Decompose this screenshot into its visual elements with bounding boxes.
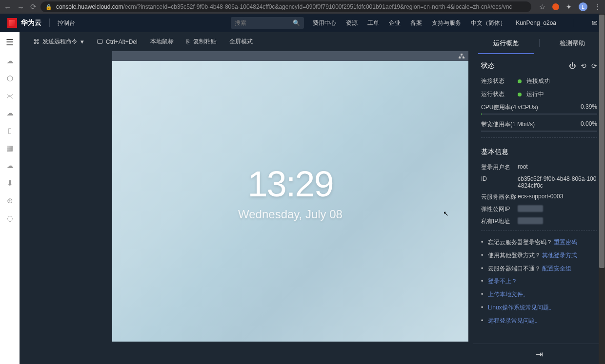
remote-login-faq-link[interactable]: 远程登录常见问题。 (488, 317, 541, 324)
security-group-link[interactable]: 配置安全组 (542, 265, 571, 272)
mail-icon[interactable]: ✉ (592, 19, 598, 27)
page-scrollbar[interactable] (599, 14, 605, 364)
search-input[interactable] (235, 19, 293, 26)
guest-cursor-icon: ↖ (443, 210, 449, 217)
rail-download-icon[interactable]: ⬇ (7, 179, 13, 188)
nav-beian[interactable]: 备案 (410, 19, 422, 27)
ctrl-alt-del-button[interactable]: 🖵 Ctrl+Alt+Del (97, 38, 138, 45)
other-login-link[interactable]: 其他登录方式 (542, 252, 577, 259)
server-name-value: ecs-support-0003 (518, 193, 597, 201)
ctrl-alt-del-label: Ctrl+Alt+Del (106, 38, 138, 45)
send-remote-cmd-label: 发送远程命令 (42, 38, 78, 46)
eip-value (518, 205, 597, 213)
rail-db-icon[interactable]: ⩙ (6, 92, 14, 100)
copy-paste-label: 复制粘贴 (193, 38, 217, 46)
divider (49, 19, 50, 27)
rail-storage-icon[interactable]: ☁ (6, 161, 14, 170)
private-ip-value (518, 217, 597, 226)
url-bar[interactable]: 🔒 console.huaweicloud.com/ecm/?instanceI… (40, 1, 531, 12)
power-icon[interactable]: ⏻ (569, 62, 576, 70)
network-icon (459, 53, 464, 59)
rail-doc-icon[interactable]: ▦ (6, 144, 13, 153)
huawei-logo-icon[interactable] (7, 18, 17, 28)
upload-file-link[interactable]: 上传本地文件。 (488, 291, 529, 298)
restart-icon[interactable]: ⟲ (581, 62, 586, 70)
hamburger-menu-icon[interactable]: ☰ (6, 37, 14, 48)
rail-chat-icon[interactable]: ◌ (7, 214, 13, 223)
search-box[interactable]: 🔍 (231, 17, 304, 29)
svg-rect-2 (463, 57, 464, 58)
cpu-usage-label: CPU使用率(4 vCPUs) (481, 103, 538, 112)
browser-menu-icon[interactable]: ⋮ (594, 3, 601, 11)
status-dot-icon (518, 79, 522, 83)
nav-enterprise[interactable]: 企业 (389, 19, 401, 27)
cpu-usage-value: 0.39% (581, 103, 597, 112)
extension-orange-icon[interactable] (552, 3, 559, 10)
nav-back-icon[interactable]: ← (4, 3, 11, 11)
rail-network-icon[interactable]: ⬡ (7, 74, 13, 83)
overview-sidebar: 运行概览 检测帮助 状态 ⏻ ⟲ ⟳ 连接状态 连接成功 (473, 32, 605, 364)
brand-name[interactable]: 华为云 (21, 19, 41, 27)
rail-globe-icon[interactable]: ⊕ (7, 196, 13, 205)
left-rail: ☰ ☁ ⬡ ⩙ ☁ ▯ ▦ ☁ ⬇ ⊕ ◌ (0, 32, 20, 364)
cloud-top-nav: 华为云 控制台 🔍 费用中心 资源 工单 企业 备案 支持与服务 中文（简体） … (0, 14, 605, 32)
cpu-progress (481, 114, 597, 115)
guest-topbar (112, 51, 468, 61)
rail-deploy-icon[interactable]: ☁ (6, 109, 14, 117)
local-mouse-button[interactable]: 本地鼠标 (150, 38, 174, 46)
svg-rect-1 (459, 57, 461, 58)
info-section-title: 基本信息 (481, 148, 508, 156)
login-user-value: root (518, 163, 597, 172)
scrollbar-thumb[interactable] (599, 15, 605, 268)
vnc-screen[interactable]: 13:29 Wednesday, July 08 ↖ (112, 51, 468, 342)
sidebar-collapse-bar[interactable]: ⇥ (473, 344, 605, 364)
nav-resources[interactable]: 资源 (346, 19, 358, 27)
login-fail-link[interactable]: 登录不上？ (488, 278, 517, 285)
clock-date: Wednesday, July 08 (238, 208, 343, 221)
connection-status-value: 连接成功 (526, 77, 550, 85)
browser-chrome-bar: ← → ⟳ 🔒 console.huaweicloud.com/ecm/?ins… (0, 0, 605, 14)
nav-forward-icon[interactable]: → (17, 3, 24, 11)
search-icon[interactable]: 🔍 (293, 19, 300, 26)
run-status-value: 运行中 (526, 90, 544, 98)
bandwidth-progress (481, 131, 597, 132)
help-item: Linux操作系统常见问题。 (481, 301, 597, 314)
terminal-icon: ⌘ (33, 38, 40, 45)
send-remote-cmd-button[interactable]: ⌘ 发送远程命令 ▾ (33, 38, 84, 46)
help-item: 远程登录常见问题。 (481, 314, 597, 327)
help-links: 忘记云服务器登录密码？ 重置密码 使用其他登录方式？ 其他登录方式 云服务器端口… (473, 234, 605, 334)
divider (481, 230, 597, 231)
bookmark-star-icon[interactable]: ☆ (539, 3, 545, 11)
lock-icon: 🔒 (45, 4, 52, 10)
fullscreen-button[interactable]: 全屏模式 (229, 38, 253, 46)
status-dot-icon (518, 93, 522, 96)
bandwidth-label: 带宽使用率(1 Mbit/s) (481, 120, 535, 129)
profile-avatar[interactable]: L (579, 2, 587, 11)
copy-paste-button[interactable]: ⎘ 复制粘贴 (186, 38, 217, 46)
fullscreen-label: 全屏模式 (229, 38, 253, 46)
divider (481, 137, 597, 138)
rail-mobile-icon[interactable]: ▯ (8, 126, 12, 135)
clock-time: 13:29 (238, 163, 343, 205)
connection-status-label: 连接状态 (481, 77, 518, 85)
reset-password-link[interactable]: 重置密码 (554, 239, 577, 246)
nav-support[interactable]: 支持与服务 (432, 19, 461, 27)
nav-billing[interactable]: 费用中心 (313, 19, 336, 27)
tab-overview[interactable]: 运行概览 (473, 32, 539, 54)
tab-diagnostics[interactable]: 检测帮助 (540, 32, 605, 54)
lock-screen-clock: 13:29 Wednesday, July 08 (238, 163, 343, 221)
refresh-icon[interactable]: ⟳ (591, 62, 597, 70)
nav-user[interactable]: KunPeng_o2oa (516, 19, 556, 26)
nav-tickets[interactable]: 工单 (367, 19, 379, 27)
eip-label: 弹性公网IP (481, 205, 518, 213)
help-item: 云服务器端口不通？ 配置安全组 (481, 262, 597, 275)
help-item: 使用其他登录方式？ 其他登录方式 (481, 249, 597, 262)
help-item: 忘记云服务器登录密码？ 重置密码 (481, 236, 597, 249)
extensions-puzzle-icon[interactable]: ✦ (566, 3, 572, 11)
linux-faq-link[interactable]: Linux操作系统常见问题。 (488, 304, 555, 311)
nav-reload-icon[interactable]: ⟳ (30, 2, 37, 11)
private-ip-label: 私有IP地址 (481, 217, 518, 226)
console-link[interactable]: 控制台 (58, 19, 75, 27)
rail-cloud-icon[interactable]: ☁ (6, 57, 14, 65)
nav-language[interactable]: 中文（简体） (471, 19, 506, 27)
